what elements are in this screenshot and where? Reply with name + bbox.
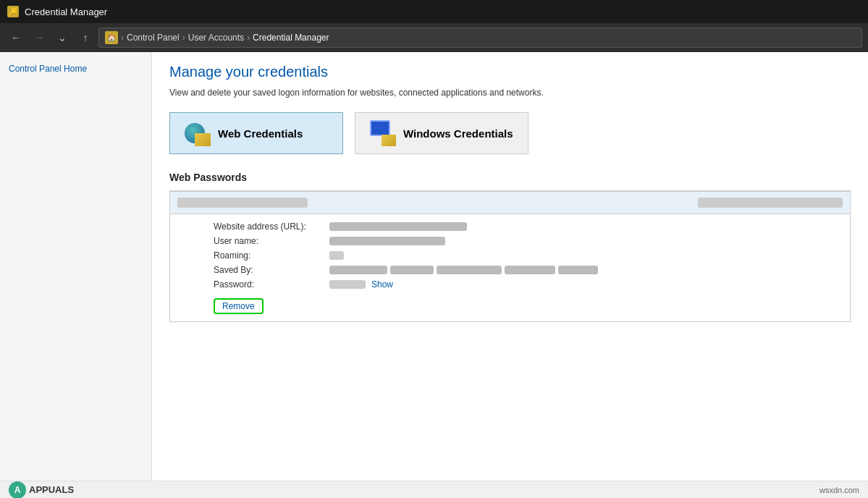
entry-details: Website address (URL): User name: Roamin… xyxy=(169,214,851,322)
section-title: Web Passwords xyxy=(169,172,851,186)
saved-by-part-1 xyxy=(329,266,387,274)
page-title: Manage your credentials xyxy=(169,64,851,80)
password-value-row: Show xyxy=(329,279,393,290)
web-credentials-label: Web Credentials xyxy=(218,127,303,140)
app-icon: 🔑 xyxy=(7,6,19,17)
remove-button-row: Remove xyxy=(214,294,838,314)
roaming-label: Roaming: xyxy=(214,250,329,261)
entry-date-blurred xyxy=(698,198,843,208)
breadcrumb-user-accounts[interactable]: User Accounts xyxy=(188,33,244,43)
content-area: Manage your credentials View and delete … xyxy=(152,52,868,498)
roaming-value xyxy=(329,251,344,260)
dropdown-button[interactable]: ⌄ xyxy=(52,28,72,48)
url-row: Website address (URL): xyxy=(214,221,838,232)
credential-entry: ▲ Website address (URL): User name: Roam… xyxy=(169,191,851,322)
bottom-bar: A APPUALS wsxdn.com xyxy=(0,481,868,498)
password-row: Password: Show xyxy=(214,279,838,290)
page-description: View and delete your saved logon informa… xyxy=(169,88,705,98)
saved-by-part-4 xyxy=(505,266,555,274)
web-credentials-button[interactable]: Web Credentials xyxy=(169,112,343,154)
breadcrumb-sep-2: › xyxy=(182,33,185,43)
title-bar-text: Credential Manager xyxy=(25,7,107,17)
appuals-icon: A xyxy=(9,481,26,499)
appuals-text: APPUALS xyxy=(29,484,74,495)
username-row: User name: xyxy=(214,236,838,246)
show-password-link[interactable]: Show xyxy=(371,279,393,290)
saved-by-value xyxy=(329,266,598,274)
windows-credentials-icon xyxy=(370,120,396,146)
breadcrumb-control-panel[interactable]: Control Panel xyxy=(127,33,180,43)
username-label: User name: xyxy=(214,236,329,246)
monitor-shape xyxy=(370,120,390,136)
url-label: Website address (URL): xyxy=(214,221,329,232)
sidebar-item-control-panel-home[interactable]: Control Panel Home xyxy=(9,64,143,74)
book2-shape xyxy=(382,135,396,146)
main-layout: Control Panel Home Manage your credentia… xyxy=(0,52,868,498)
saved-by-row: Saved By: xyxy=(214,265,838,275)
breadcrumb-sep-3: › xyxy=(247,33,250,43)
book-shape xyxy=(195,133,211,146)
appuals-brand: A APPUALS xyxy=(9,481,74,499)
windows-credentials-button[interactable]: Windows Credentials xyxy=(355,112,528,154)
username-value xyxy=(329,237,445,245)
url-value xyxy=(329,222,467,231)
watermark: wsxdn.com xyxy=(819,486,859,494)
breadcrumb-credential-manager[interactable]: Credential Manager xyxy=(253,33,329,43)
saved-by-part-5 xyxy=(558,266,598,274)
credential-type-row: Web Credentials Windows Credentials xyxy=(169,112,851,154)
up-button[interactable]: ↑ xyxy=(75,28,96,48)
back-button[interactable]: ← xyxy=(6,28,26,48)
sidebar: Control Panel Home xyxy=(0,52,152,498)
password-blurred xyxy=(329,280,366,289)
breadcrumb-icon: 🏠 xyxy=(105,31,118,44)
saved-by-label: Saved By: xyxy=(214,265,329,275)
saved-by-part-3 xyxy=(437,266,502,274)
title-bar: 🔑 Credential Manager xyxy=(0,0,868,23)
password-label: Password: xyxy=(214,279,329,290)
saved-by-part-2 xyxy=(390,266,434,274)
entry-url-blurred xyxy=(177,198,308,208)
windows-credentials-label: Windows Credentials xyxy=(403,127,513,140)
forward-button[interactable]: → xyxy=(29,28,49,48)
breadcrumb-sep-1: › xyxy=(121,33,124,43)
entry-header-row[interactable] xyxy=(169,191,851,214)
navigation-bar: ← → ⌄ ↑ 🏠 › Control Panel › User Account… xyxy=(0,23,868,52)
breadcrumb-bar: 🏠 › Control Panel › User Accounts › Cred… xyxy=(98,28,862,48)
roaming-row: Roaming: xyxy=(214,250,838,261)
web-credentials-icon xyxy=(185,120,211,146)
remove-button[interactable]: Remove xyxy=(214,298,264,314)
